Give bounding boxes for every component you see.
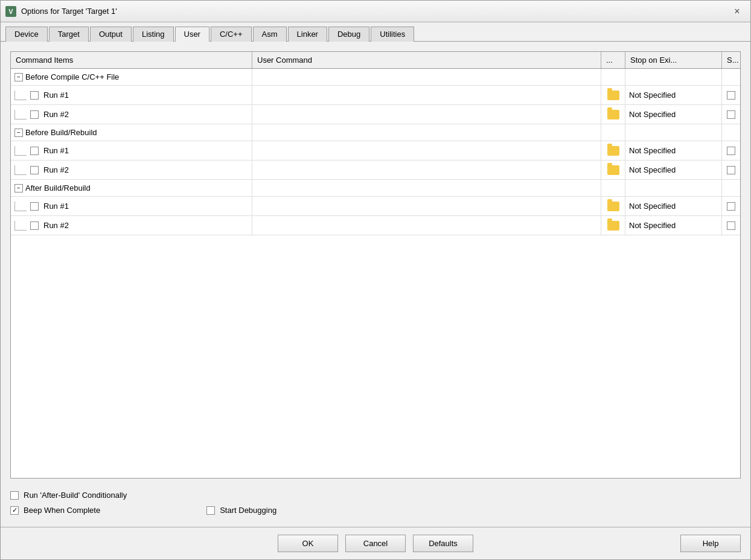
bb-s-empty [722, 124, 740, 141]
beep-label: Beep When Complete [24, 506, 100, 515]
bb-run2-s-checkbox[interactable] [727, 166, 735, 174]
after-build-checkbox[interactable] [10, 491, 19, 500]
title-bar-left: V Options for Target 'Target 1' [5, 6, 117, 17]
tab-listing[interactable]: Listing [133, 27, 174, 42]
tab-target[interactable]: Target [49, 27, 89, 42]
section-after-build-label: After Build/Rebuild [25, 183, 91, 192]
bb-run2-command[interactable] [252, 161, 601, 179]
bc-run1-folder[interactable] [601, 86, 625, 104]
bc-stop-empty [625, 69, 722, 85]
section-after-build-tree: − After Build/Rebuild [11, 180, 252, 196]
bb-run1-s[interactable] [722, 141, 740, 160]
bc-run2-input[interactable] [256, 110, 597, 119]
table-row: Run #2 Not Specified [11, 161, 740, 180]
table-row: Run #2 Not Specified [11, 105, 740, 124]
bb-run1-checkbox[interactable] [30, 147, 39, 155]
bc-run1-s[interactable] [722, 86, 740, 104]
bc-run2-s[interactable] [722, 105, 740, 124]
bb-run2-checkbox[interactable] [30, 166, 39, 174]
main-window: V Options for Target 'Target 1' × Device… [0, 0, 751, 560]
title-bar: V Options for Target 'Target 1' × [1, 1, 750, 22]
bc-run1-command[interactable] [252, 86, 601, 104]
ab-stop-empty [625, 180, 722, 196]
bc-run2-tree: Run #2 [11, 105, 252, 124]
col-command-items: Command Items [11, 52, 252, 68]
expand-before-build[interactable]: − [14, 129, 23, 137]
bc-run2-s-checkbox[interactable] [727, 110, 735, 119]
section-before-compile-label: Before Compile C/C++ File [25, 72, 119, 81]
bc-run2-folder[interactable] [601, 105, 625, 124]
table-row: Run #1 Not Specified [11, 141, 740, 161]
tab-device[interactable]: Device [5, 27, 48, 42]
ab-run1-folder-icon[interactable] [607, 202, 619, 211]
section-before-build: − Before Build/Rebuild [11, 124, 740, 141]
ab-run2-folder[interactable] [601, 216, 625, 235]
close-button[interactable]: × [729, 4, 746, 19]
table-header: Command Items User Command ... Stop on E… [11, 52, 740, 69]
button-bar: OK Cancel Defaults Help [1, 527, 750, 559]
expand-before-compile[interactable]: − [14, 73, 23, 81]
ab-run1-folder[interactable] [601, 197, 625, 215]
bc-run1-folder-icon[interactable] [607, 91, 619, 100]
help-button[interactable]: Help [680, 535, 741, 552]
bb-run1-command[interactable] [252, 141, 601, 160]
ab-run1-s-checkbox[interactable] [727, 202, 735, 211]
bc-dots-empty [601, 69, 625, 85]
ab-run2-input[interactable] [256, 221, 597, 230]
bb-stop-empty [625, 124, 722, 141]
tab-debug[interactable]: Debug [328, 27, 369, 42]
ok-button[interactable]: OK [278, 535, 338, 552]
tab-output[interactable]: Output [90, 27, 132, 42]
ab-run2-s[interactable] [722, 216, 740, 235]
ab-run1-stop: Not Specified [625, 197, 722, 215]
ab-run1-checkbox[interactable] [30, 202, 39, 211]
cancel-button[interactable]: Cancel [345, 535, 406, 552]
bb-run2-stop: Not Specified [625, 161, 722, 179]
table-row: Run #1 Not Specified [11, 197, 740, 216]
bc-cmd-empty [252, 69, 601, 85]
bc-run1-input[interactable] [256, 91, 597, 100]
bb-run2-input[interactable] [256, 165, 597, 174]
section-before-build-label: Before Build/Rebuild [25, 128, 97, 137]
bb-run2-folder-icon[interactable] [607, 165, 619, 175]
ab-run1-s[interactable] [722, 197, 740, 215]
ab-run2-command[interactable] [252, 216, 601, 235]
start-debug-checkbox[interactable] [206, 506, 215, 515]
col-s: S... [722, 52, 740, 68]
btn-group: OK Cancel Defaults [278, 535, 473, 552]
bb-run2-folder[interactable] [601, 161, 625, 179]
ab-run2-s-checkbox[interactable] [727, 221, 735, 230]
ab-run1-command[interactable] [252, 197, 601, 215]
ab-run1-tree: Run #1 [11, 197, 252, 215]
tab-cpp[interactable]: C/C++ [211, 27, 252, 42]
ab-run1-input[interactable] [256, 202, 597, 211]
expand-after-build[interactable]: − [14, 184, 23, 192]
bb-run1-folder[interactable] [601, 141, 625, 160]
bc-run2-folder-icon[interactable] [607, 110, 619, 119]
bc-run2-checkbox[interactable] [30, 110, 39, 119]
bb-run2-s[interactable] [722, 161, 740, 179]
bb-run1-stop: Not Specified [625, 141, 722, 160]
bc-run1-s-checkbox[interactable] [727, 91, 735, 100]
bb-dots-empty [601, 124, 625, 141]
command-table: Command Items User Command ... Stop on E… [10, 51, 741, 479]
section-before-compile: − Before Compile C/C++ File [11, 69, 740, 86]
tab-asm[interactable]: Asm [253, 27, 287, 42]
ab-run2-checkbox[interactable] [30, 221, 39, 230]
ab-run2-stop: Not Specified [625, 216, 722, 235]
defaults-button[interactable]: Defaults [413, 535, 473, 552]
bb-run1-folder-icon[interactable] [607, 146, 619, 156]
bb-run1-tree: Run #1 [11, 141, 252, 160]
bc-run2-label: Run #2 [43, 110, 69, 119]
bc-run1-checkbox[interactable] [30, 91, 39, 100]
bc-run2-command[interactable] [252, 105, 601, 124]
ab-run2-folder-icon[interactable] [607, 221, 619, 231]
bb-run1-s-checkbox[interactable] [727, 147, 735, 155]
beep-checkbox[interactable] [10, 506, 19, 515]
tab-linker[interactable]: Linker [288, 27, 327, 42]
tab-user[interactable]: User [175, 27, 209, 42]
tab-utilities[interactable]: Utilities [371, 27, 414, 42]
col-user-command: User Command [252, 52, 601, 68]
bb-run1-input[interactable] [256, 146, 597, 155]
main-content: Command Items User Command ... Stop on E… [1, 42, 750, 527]
